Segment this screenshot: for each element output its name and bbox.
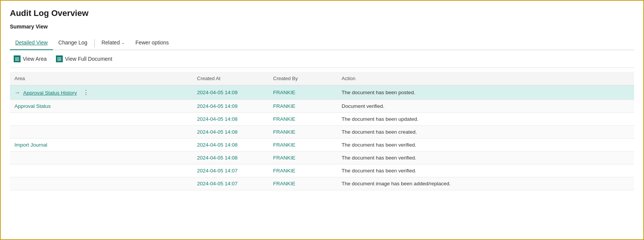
audit-log-table: Area Created At Created By Action →Appro…	[10, 72, 634, 190]
table-cell-created-by: FRANKIE	[269, 152, 337, 164]
chevron-down-icon: ⌄	[121, 40, 125, 45]
tab-bar: Detailed View Change Log Related ⌄ Fewer…	[10, 36, 634, 50]
area-text: Approval Status	[14, 103, 51, 109]
tab-change-log[interactable]: Change Log	[53, 36, 92, 50]
table-cell-area	[10, 126, 192, 139]
col-header-created-by: Created By	[269, 72, 337, 85]
table-cell-area	[10, 177, 192, 190]
table-cell-action: The document image has been added/replac…	[337, 177, 634, 190]
table-row: Approval Status2024-04-05 14:09FRANKIEDo…	[10, 100, 634, 113]
table-cell-created-by: FRANKIE	[269, 177, 337, 190]
table-cell-created-at: 2024-04-05 14:08	[192, 126, 269, 139]
table-cell-created-by: FRANKIE	[269, 164, 337, 177]
area-text: Import Journal	[14, 142, 47, 148]
table-cell-area	[10, 164, 192, 177]
tab-related-label: Related	[102, 39, 120, 46]
table-cell-created-at: 2024-04-05 14:09	[192, 100, 269, 113]
view-full-document-button[interactable]: View Full Document	[52, 54, 116, 64]
view-area-button[interactable]: View Area	[10, 54, 51, 64]
area-link[interactable]: Approval Status History	[23, 90, 77, 96]
table-cell-action: The document has been verified.	[337, 139, 634, 152]
table-cell-area: Import Journal	[10, 139, 192, 152]
table-cell-created-at: 2024-04-05 14:07	[192, 177, 269, 190]
audit-log-table-section: Area Created At Created By Action →Appro…	[10, 72, 634, 190]
row-arrow-icon: →	[14, 89, 20, 96]
table-cell-created-by: FRANKIE	[269, 100, 337, 113]
col-header-action: Action	[337, 72, 634, 85]
col-header-area: Area	[10, 72, 192, 85]
view-full-document-label: View Full Document	[65, 56, 112, 62]
table-cell-created-by: FRANKIE	[269, 113, 337, 126]
tab-fewer-options[interactable]: Fewer options	[130, 36, 174, 50]
table-cell-created-at: 2024-04-05 14:09	[192, 85, 269, 100]
view-full-document-icon	[56, 55, 63, 62]
table-cell-action: The document has been updated.	[337, 113, 634, 126]
table-cell-created-at: 2024-04-05 14:08	[192, 113, 269, 126]
tab-related[interactable]: Related ⌄	[96, 36, 130, 50]
table-cell-created-by: FRANKIE	[269, 126, 337, 139]
table-row: 2024-04-05 14:07FRANKIEThe document has …	[10, 164, 634, 177]
table-cell-created-by: FRANKIE	[269, 139, 337, 152]
table-cell-area	[10, 152, 192, 164]
table-cell-action: The document has been created.	[337, 126, 634, 139]
table-header-row: Area Created At Created By Action	[10, 72, 634, 85]
view-area-icon	[14, 55, 21, 62]
table-cell-created-at: 2024-04-05 14:08	[192, 152, 269, 164]
table-row: Import Journal2024-04-05 14:08FRANKIEThe…	[10, 139, 634, 152]
table-row: 2024-04-05 14:08FRANKIEThe document has …	[10, 126, 634, 139]
table-row: 2024-04-05 14:08FRANKIEThe document has …	[10, 113, 634, 126]
table-cell-action: The document has been posted.	[337, 85, 634, 100]
col-header-created-at: Created At	[192, 72, 269, 85]
table-cell-area	[10, 113, 192, 126]
page-title: Audit Log Overview	[10, 8, 634, 18]
table-cell-action: Document verified.	[337, 100, 634, 113]
table-cell-area: Approval Status	[10, 100, 192, 113]
table-cell-action: The document has been verified.	[337, 152, 634, 164]
tab-detailed-view[interactable]: Detailed View	[10, 36, 53, 50]
summary-view-label: Summary View	[10, 24, 634, 30]
toolbar: View Area View Full Document	[10, 50, 634, 68]
kebab-icon[interactable]: ⋮	[80, 88, 92, 96]
tab-divider	[94, 39, 95, 47]
view-area-label: View Area	[23, 56, 47, 62]
table-cell-created-by: FRANKIE	[269, 85, 337, 100]
table-cell-created-at: 2024-04-05 14:07	[192, 164, 269, 177]
table-cell-action: The document has been verified.	[337, 164, 634, 177]
table-row: 2024-04-05 14:08FRANKIEThe document has …	[10, 152, 634, 164]
table-row: 2024-04-05 14:07FRANKIEThe document imag…	[10, 177, 634, 190]
table-cell-created-at: 2024-04-05 14:08	[192, 139, 269, 152]
table-row: →Approval Status History⋮2024-04-05 14:0…	[10, 85, 634, 100]
table-cell-area: →Approval Status History⋮	[10, 85, 192, 100]
